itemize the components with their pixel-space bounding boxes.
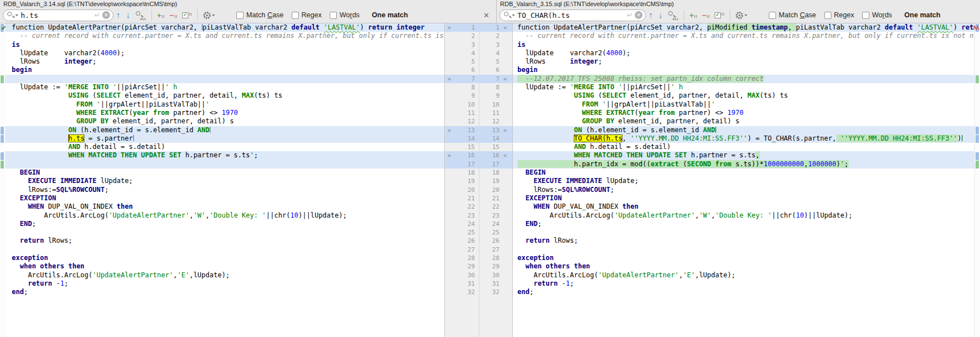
right-search-box[interactable]: TO_CHAR(h.ts ↵ ✕ bbox=[499, 9, 646, 21]
apply-change-chevron bbox=[445, 134, 454, 143]
apply-change-chevron[interactable]: « bbox=[499, 23, 511, 32]
gutter-row: 1919 bbox=[445, 177, 512, 185]
code-line: BEGIN bbox=[5, 168, 444, 177]
change-stripe-mark[interactable] bbox=[1, 75, 4, 83]
left-code-editor[interactable]: function UpdateAlertPartner(piArcSet var… bbox=[5, 23, 444, 337]
gutter-row: 88 bbox=[445, 83, 512, 92]
search-option-match-case[interactable]: Match Case bbox=[236, 11, 284, 19]
right-code-editor[interactable]: function UpdateAlertPartner(piArcSet var… bbox=[513, 23, 975, 337]
search-option-regex[interactable]: Regex bbox=[824, 11, 854, 19]
change-stripe-mark[interactable] bbox=[976, 152, 979, 160]
search-settings-button[interactable] bbox=[201, 11, 220, 20]
newline-icon[interactable]: ↵ bbox=[627, 11, 632, 19]
right-line-number: 30 bbox=[481, 271, 499, 280]
gutter-row: 3030 bbox=[445, 271, 512, 280]
toolbar-separator bbox=[151, 9, 152, 21]
apply-change-chevron[interactable]: « bbox=[499, 151, 511, 160]
change-stripe-mark[interactable] bbox=[976, 135, 979, 143]
code-line: GROUP BY element_id, partner, detail) s bbox=[5, 117, 444, 126]
left-search-toolbar: h.ts ↵ ✕ ↑ ↓ ALL +II −II ✓II Match CaseR… bbox=[0, 8, 496, 22]
gutter-row: 2727 bbox=[445, 245, 512, 254]
apply-change-chevron[interactable]: » bbox=[445, 151, 454, 160]
code-line: h.ts = s.partner bbox=[5, 134, 444, 143]
checkbox[interactable] bbox=[292, 12, 299, 19]
code-line: BEGIN bbox=[513, 168, 975, 177]
apply-change-chevron bbox=[445, 32, 454, 40]
remove-occurrence-icon[interactable]: −II bbox=[167, 11, 179, 20]
checkbox[interactable] bbox=[862, 12, 869, 19]
code-line: GROUP BY element_id, partner, detail) s bbox=[513, 117, 975, 126]
search-option-regex[interactable]: Regex bbox=[292, 11, 322, 19]
select-all-occurrences-icon[interactable]: ✓II bbox=[712, 12, 727, 18]
apply-change-chevron[interactable]: « bbox=[499, 75, 511, 83]
apply-change-chevron bbox=[445, 49, 454, 57]
code-line: WHEN MATCHED THEN UPDATE SET h.partner =… bbox=[513, 151, 975, 160]
left-line-number: 12 bbox=[454, 117, 475, 126]
apply-change-chevron bbox=[499, 49, 511, 57]
search-icon[interactable] bbox=[7, 11, 15, 19]
search-option-match-case[interactable]: Match Case bbox=[769, 11, 816, 19]
next-occurrence-button[interactable]: ↓ bbox=[656, 9, 666, 21]
apply-change-chevron[interactable]: » bbox=[445, 75, 454, 83]
newline-icon[interactable]: ↵ bbox=[94, 11, 100, 19]
add-occurrence-icon[interactable]: +II bbox=[687, 11, 700, 20]
left-line-number: 11 bbox=[454, 109, 475, 117]
previous-occurrence-button[interactable]: ↑ bbox=[646, 9, 656, 21]
checkbox-label: Regex bbox=[834, 11, 854, 19]
code-line: exception bbox=[5, 254, 444, 262]
apply-change-chevron[interactable]: « bbox=[499, 126, 511, 134]
close-search-icon[interactable]: ✕ bbox=[483, 12, 489, 19]
apply-change-chevron[interactable]: » bbox=[445, 23, 454, 32]
code-line: function UpdateAlertPartner(piArcSet var… bbox=[513, 23, 975, 32]
checkbox[interactable] bbox=[824, 12, 831, 19]
search-input[interactable]: h.ts bbox=[21, 11, 94, 20]
change-stripe-mark[interactable] bbox=[976, 161, 979, 168]
select-all-occurrences-icon[interactable]: ✓II bbox=[180, 12, 194, 18]
left-line-number: 15 bbox=[454, 143, 475, 151]
right-line-number: 32 bbox=[481, 288, 499, 296]
apply-change-chevron bbox=[445, 83, 454, 92]
search-option-words[interactable]: Words bbox=[330, 11, 360, 19]
search-history-chevron-down-icon[interactable] bbox=[512, 15, 515, 16]
search-icon[interactable] bbox=[503, 11, 511, 19]
gutter-row: 33 bbox=[445, 41, 512, 49]
change-stripe-mark[interactable] bbox=[1, 127, 4, 134]
right-line-number: 1 bbox=[481, 23, 499, 32]
search-option-words[interactable]: Words bbox=[862, 11, 892, 19]
left-search-box[interactable]: h.ts ↵ ✕ bbox=[3, 9, 113, 21]
checkbox[interactable] bbox=[330, 12, 337, 19]
left-line-number: 4 bbox=[454, 49, 475, 57]
find-all-icon[interactable]: ALL bbox=[668, 11, 679, 20]
previous-occurrence-button[interactable]: ↑ bbox=[113, 9, 123, 21]
find-all-icon[interactable]: ALL bbox=[135, 11, 146, 20]
change-stripe-mark[interactable] bbox=[1, 161, 4, 168]
code-line: lRows integer; bbox=[5, 57, 444, 66]
change-stripe-mark[interactable] bbox=[976, 127, 979, 134]
apply-change-chevron bbox=[445, 262, 454, 271]
apply-change-chevron bbox=[499, 92, 511, 100]
search-settings-button[interactable] bbox=[733, 11, 752, 20]
apply-change-chevron bbox=[445, 100, 454, 109]
search-history-chevron-down-icon[interactable] bbox=[15, 15, 18, 16]
apply-change-chevron bbox=[445, 245, 454, 254]
right-change-stripe[interactable] bbox=[974, 23, 980, 337]
gutter-row: 1010 bbox=[445, 100, 512, 109]
change-stripe-mark[interactable] bbox=[1, 152, 4, 160]
checkbox[interactable] bbox=[769, 12, 776, 19]
clear-search-icon[interactable]: ✕ bbox=[635, 11, 643, 19]
apply-change-chevron bbox=[445, 57, 454, 66]
change-stripe-mark[interactable] bbox=[1, 135, 4, 143]
code-line bbox=[5, 160, 444, 168]
clear-search-icon[interactable]: ✕ bbox=[102, 11, 110, 19]
change-stripe-mark[interactable] bbox=[976, 75, 979, 83]
chevron-down-icon bbox=[212, 15, 215, 16]
checkbox-label: Regex bbox=[302, 11, 322, 19]
search-input[interactable]: TO_CHAR(h.ts bbox=[517, 11, 627, 20]
add-occurrence-icon[interactable]: +II bbox=[155, 11, 167, 20]
checkbox[interactable] bbox=[236, 12, 244, 19]
gutter-row: 99 bbox=[445, 92, 512, 100]
apply-change-chevron[interactable]: » bbox=[445, 126, 454, 134]
left-line-number: 21 bbox=[454, 194, 475, 203]
remove-occurrence-icon[interactable]: −II bbox=[700, 11, 712, 20]
next-occurrence-button[interactable]: ↓ bbox=[123, 9, 134, 21]
